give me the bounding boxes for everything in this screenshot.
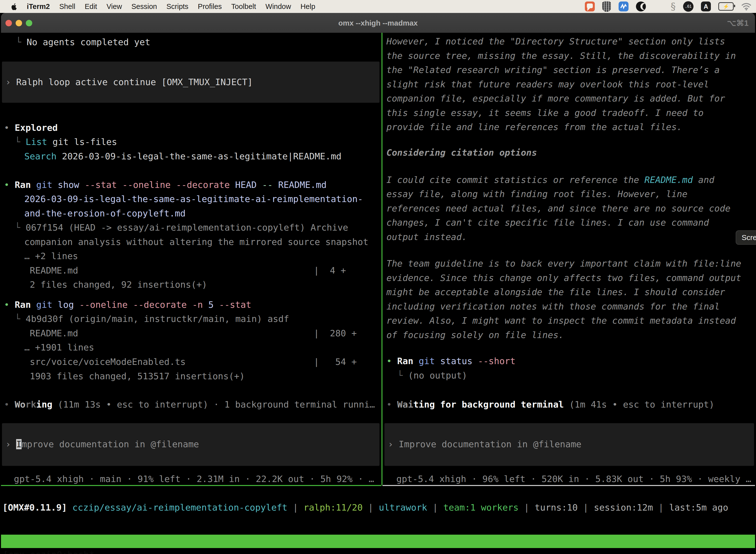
terminal-line: … +1901 lines	[24, 340, 94, 355]
thinking-text: including verification notes with those …	[386, 301, 720, 312]
terminal-line: └ 067f154 (HEAD -> essay/ai-reimplementa…	[15, 220, 348, 235]
chat-icon[interactable]	[585, 1, 595, 11]
thinking-text: review. Also, I might want to inspect th…	[386, 316, 736, 326]
terminal-line: 2026-03-09-is-legal-the-same-as-legitima…	[24, 192, 363, 206]
battery-bolt-icon: ⚡	[723, 3, 729, 9]
usage-meter-icon[interactable]: ..61	[683, 1, 693, 12]
wifi-icon[interactable]	[741, 2, 752, 10]
terminal-line: src/voice/voiceModeEnabled.ts| 54 +	[30, 355, 186, 369]
zoom-button[interactable]	[26, 20, 32, 26]
terminal-line: └ 4b9d30f (origin/main, instructkr/main,…	[15, 312, 289, 326]
active-pane-border	[1, 485, 381, 486]
session-status-line: gpt-5.4 xhigh · 96% left · 520K in · 5.8…	[396, 472, 751, 486]
thinking-text: changes, I can't cite specific file line…	[386, 215, 709, 230]
menu-item-scripts[interactable]: Scripts	[167, 2, 189, 11]
tmux-session-label[interactable]: [omx-cczip0:bash*	[3, 548, 94, 554]
terminal-line: └ (no output)	[397, 368, 467, 383]
terminal-line: and-the-erosion-of-copyleft.md	[24, 206, 186, 221]
terminal-line: Search 2026-03-09-is-legal-the-same-as-l…	[24, 149, 341, 164]
battery-icon[interactable]: ⚡	[718, 2, 734, 11]
inactive-pane-border	[382, 485, 755, 486]
diffstat: | 4 +	[314, 263, 346, 278]
terminal-line: companion analysis without altering the …	[24, 235, 368, 249]
thinking-text: might be acceptable alongside the file l…	[386, 287, 725, 297]
thinking-text: slight risk that future readers may over…	[386, 79, 709, 89]
terminal-line: README.md| 280 +	[30, 326, 78, 340]
thinking-text: the source tree, missing the essay. Stil…	[386, 51, 736, 61]
terminal-line: 1903 files changed, 513517 insertions(+)	[30, 369, 245, 384]
prompt-input-text: › Improve documentation in @filename	[5, 437, 199, 451]
apple-menu-icon[interactable]	[10, 2, 18, 11]
screen-notification-toast: Scre	[736, 230, 756, 245]
squiggle-icon[interactable]: §	[671, 1, 676, 11]
menu-item-edit[interactable]: Edit	[84, 2, 97, 11]
terminal-line: └ No agents completed yet	[16, 35, 150, 49]
menu-item-profiles[interactable]: Profiles	[198, 2, 222, 11]
pane-divider[interactable]	[381, 33, 382, 485]
session-status-line: gpt-5.4 xhigh · main · 91% left · 2.31M …	[14, 472, 374, 486]
window-title-bar[interactable]: omx --xhigh --madmax ⌥⌘1	[1, 13, 755, 33]
macos-menu-bar: iTerm2 Shell Edit View Session Scripts P…	[0, 0, 756, 13]
menu-item-session[interactable]: Session	[131, 2, 157, 11]
thinking-text: essay file, along with finding root file…	[386, 187, 688, 201]
thinking-heading: Considering citation options	[386, 148, 537, 158]
minimize-button[interactable]	[16, 20, 22, 26]
omx-status-bar: [OMX#0.11.9] cczip/essay/ai-reimplementa…	[2, 500, 728, 515]
moon-icon[interactable]	[636, 1, 646, 11]
terminal-line: README.md| 4 +	[30, 263, 78, 278]
prompt-input[interactable]: › Improve documentation in @filename	[384, 423, 754, 466]
menu-status-icons: § ..61 A ⚡	[585, 0, 752, 13]
terminal-line: └ List git ls-files	[15, 135, 117, 149]
diffstat: | 280 +	[314, 326, 357, 340]
thinking-text: The team guideline is to back every impo…	[386, 258, 741, 269]
window-title: omx --xhigh --madmax	[338, 19, 418, 27]
terminal-line: • Ran git status --short	[386, 354, 515, 368]
thinking-text: the "Related research writing" section i…	[386, 65, 720, 75]
inject-banner[interactable]: › Ralph loop active continue [OMX_TMUX_I…	[2, 62, 379, 103]
prompt-input-text: › Improve documentation in @filename	[388, 437, 581, 451]
menu-item-window[interactable]: Window	[265, 2, 291, 11]
menu-item-view[interactable]: View	[107, 2, 122, 11]
thinking-text: evidence. Since this change only affects…	[386, 273, 741, 283]
terminal-line: • Ran git show --stat --oneline --decora…	[4, 178, 327, 192]
traffic-lights	[1, 20, 32, 26]
menu-item-toolbelt[interactable]: Toolbelt	[231, 2, 256, 11]
thinking-text: provide file and line references from th…	[386, 122, 682, 132]
inject-banner-text: › Ralph loop active continue [OMX_TMUX_I…	[5, 75, 253, 89]
thinking-text: of focusing solely on file lines.	[386, 330, 564, 340]
sync-icon[interactable]	[619, 1, 629, 11]
thinking-text: output instead.	[386, 230, 467, 244]
close-button[interactable]	[5, 20, 12, 26]
toast-text: Scre	[742, 233, 756, 242]
terminal-line: … +2 lines	[24, 249, 78, 263]
waiting-status-line: • Waiting for background terminal (1m 41…	[386, 397, 714, 412]
shield-icon[interactable]	[602, 1, 611, 12]
tmux-status-bar: [omx-cczip0:bash* "MacBook-Pro-44.local"…	[1, 535, 755, 548]
working-status-line: • Working (11m 13s • esc to interrupt) ·…	[4, 397, 375, 412]
prompt-input[interactable]: › Improve documentation in @filename	[2, 423, 379, 466]
thinking-text: references need actual files, and since …	[386, 201, 731, 216]
menu-item-shell[interactable]: Shell	[59, 2, 75, 11]
thinking-text: this single essay, it seems like a good …	[386, 108, 704, 118]
menu-item-app[interactable]: iTerm2	[27, 2, 50, 11]
menu-item-help[interactable]: Help	[300, 2, 315, 11]
terminal-line: • Ran git log --oneline --decorate -n 5 …	[4, 297, 251, 312]
grid-dots-icon[interactable]	[653, 1, 663, 11]
terminal-line: • Explored	[4, 121, 58, 135]
thinking-text: I could cite commit statistics or refere…	[386, 173, 714, 187]
thinking-text: However, I noticed the "Directory Struct…	[386, 36, 725, 46]
input-source-icon[interactable]: A	[701, 1, 711, 11]
terminal-line: 2 files changed, 92 insertions(+)	[30, 277, 207, 292]
diffstat: | 54 +	[314, 355, 357, 369]
window-shortcut-badge: ⌥⌘1	[727, 18, 749, 28]
thinking-text: companion file, especially if more comme…	[386, 93, 725, 104]
